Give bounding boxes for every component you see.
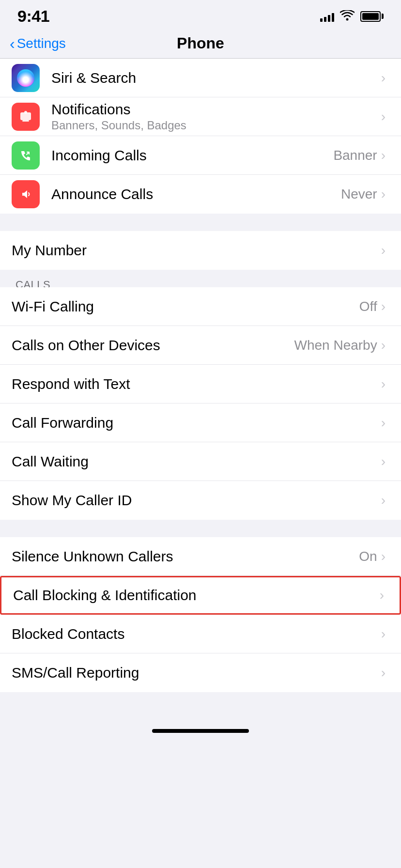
back-button[interactable]: ‹ Settings (10, 36, 66, 51)
call-forwarding-row[interactable]: Call Forwarding › (0, 403, 401, 442)
status-time: 9:41 (17, 7, 49, 26)
status-bar: 9:41 (0, 0, 401, 31)
siri-search-row[interactable]: Siri & Search › (0, 59, 401, 97)
call-blocking-chevron: › (380, 588, 384, 603)
notifications-label: Notifications (51, 101, 381, 118)
my-number-label: My Number (12, 242, 381, 259)
notifications-content: Notifications Banners, Sounds, Badges (51, 101, 381, 132)
announce-calls-icon (12, 180, 40, 208)
silence-unknown-row[interactable]: Silence Unknown Callers On › (0, 537, 401, 576)
silence-unknown-content: Silence Unknown Callers (12, 548, 359, 565)
my-number-section: My Number › (0, 231, 401, 270)
wifi-calling-content: Wi-Fi Calling (12, 298, 359, 315)
divider-1 (0, 214, 401, 231)
call-waiting-row[interactable]: Call Waiting › (0, 442, 401, 481)
my-number-content: My Number (12, 242, 381, 259)
bottom-spacer (0, 692, 401, 721)
nav-bar: ‹ Settings Phone (0, 31, 401, 59)
show-caller-id-label: Show My Caller ID (12, 492, 381, 509)
notifications-icon (12, 103, 40, 131)
calls-other-devices-value: When Nearby › (294, 338, 386, 353)
sms-call-reporting-content: SMS/Call Reporting (12, 665, 381, 681)
svg-point-0 (346, 18, 349, 20)
blocked-contacts-row[interactable]: Blocked Contacts › (0, 615, 401, 653)
respond-text-content: Respond with Text (12, 376, 381, 392)
call-forwarding-content: Call Forwarding (12, 415, 381, 431)
home-bar (152, 729, 249, 733)
announce-calls-content: Announce Calls (51, 186, 341, 202)
call-waiting-chevron: › (381, 454, 386, 469)
announce-calls-label: Announce Calls (51, 186, 341, 202)
blocked-contacts-label: Blocked Contacts (12, 626, 381, 642)
calls-other-devices-row[interactable]: Calls on Other Devices When Nearby › (0, 326, 401, 365)
divider-3 (0, 520, 401, 537)
wifi-icon (340, 10, 355, 23)
show-caller-id-row[interactable]: Show My Caller ID › (0, 481, 401, 520)
svg-point-2 (24, 111, 27, 114)
incoming-calls-icon (12, 141, 40, 170)
top-section: Siri & Search › Notifications Banners, S… (0, 59, 401, 214)
back-chevron-icon: ‹ (10, 36, 15, 51)
notifications-chevron: › (381, 109, 386, 124)
my-number-row[interactable]: My Number › (0, 231, 401, 270)
calls-other-devices-content: Calls on Other Devices (12, 337, 294, 354)
calls-section: Wi-Fi Calling Off › Calls on Other Devic… (0, 287, 401, 520)
wifi-calling-value: Off › (359, 299, 386, 314)
show-caller-id-content: Show My Caller ID (12, 492, 381, 509)
incoming-calls-row[interactable]: Incoming Calls Banner › (0, 136, 401, 175)
siri-icon (12, 64, 40, 92)
page-title: Phone (177, 34, 224, 52)
silence-unknown-label: Silence Unknown Callers (12, 548, 359, 565)
siri-search-content: Siri & Search (51, 70, 381, 86)
sms-call-reporting-row[interactable]: SMS/Call Reporting › (0, 653, 401, 692)
call-blocking-content: Call Blocking & Identification (13, 587, 380, 604)
call-forwarding-chevron: › (381, 415, 386, 431)
wifi-calling-row[interactable]: Wi-Fi Calling Off › (0, 287, 401, 326)
call-waiting-label: Call Waiting (12, 453, 381, 470)
my-number-chevron: › (381, 243, 386, 258)
signal-icon (320, 11, 334, 22)
sms-call-reporting-chevron: › (381, 665, 386, 681)
siri-search-label: Siri & Search (51, 70, 381, 86)
svg-rect-3 (22, 120, 29, 122)
battery-icon (360, 11, 384, 22)
incoming-calls-label: Incoming Calls (51, 147, 333, 164)
respond-text-row[interactable]: Respond with Text › (0, 365, 401, 403)
silence-unknown-value: On › (359, 549, 386, 564)
call-waiting-content: Call Waiting (12, 453, 381, 470)
blocked-contacts-chevron: › (381, 626, 386, 642)
back-label: Settings (17, 36, 66, 51)
notifications-sublabel: Banners, Sounds, Badges (51, 119, 381, 132)
show-caller-id-chevron: › (381, 493, 386, 508)
calls-other-devices-label: Calls on Other Devices (12, 337, 294, 354)
divider-2: CALLS (0, 270, 401, 287)
respond-text-label: Respond with Text (12, 376, 381, 392)
announce-calls-row[interactable]: Announce Calls Never › (0, 175, 401, 214)
incoming-calls-content: Incoming Calls (51, 147, 333, 164)
call-blocking-row[interactable]: Call Blocking & Identification › (0, 576, 401, 615)
sms-call-reporting-label: SMS/Call Reporting (12, 665, 381, 681)
incoming-calls-value: Banner › (333, 148, 386, 163)
blocking-section: Silence Unknown Callers On › Call Blocki… (0, 537, 401, 692)
respond-text-chevron: › (381, 376, 386, 392)
call-blocking-label: Call Blocking & Identification (13, 587, 380, 604)
status-icons (320, 10, 384, 23)
call-forwarding-label: Call Forwarding (12, 415, 381, 431)
notifications-row[interactable]: Notifications Banners, Sounds, Badges › (0, 97, 401, 136)
announce-calls-value: Never › (341, 186, 386, 202)
siri-search-chevron: › (381, 70, 386, 86)
wifi-calling-label: Wi-Fi Calling (12, 298, 359, 315)
home-indicator (0, 721, 401, 738)
blocked-contacts-content: Blocked Contacts (12, 626, 381, 642)
